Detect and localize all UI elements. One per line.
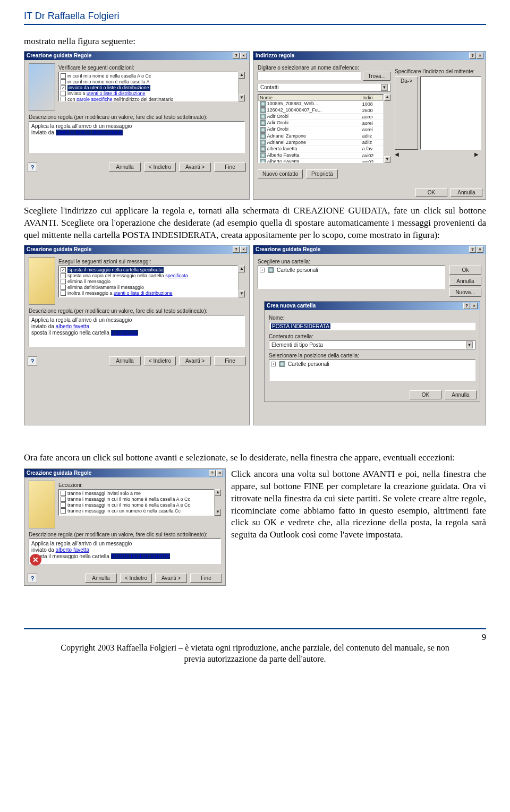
list-item: Adir Orobiaorei [259, 114, 383, 120]
cancel-button[interactable]: Annulla [450, 188, 482, 197]
dialog-title: Indirizzo regola [256, 53, 294, 58]
checkbox-icon[interactable] [61, 79, 66, 84]
rule-description[interactable]: Applica la regola all'arrivo di un messa… [29, 121, 245, 153]
folder-tree[interactable]: +Cartelle personali [258, 266, 445, 289]
list-item: alberto favettaa.fav [259, 146, 383, 152]
contacts-list[interactable]: NomeIndiri 100895_708881_Web...1008 1260… [258, 94, 384, 163]
checkbox-icon[interactable]: ✓ [61, 267, 66, 272]
name-label: Nome: [269, 315, 475, 321]
chevron-down-icon: ▼ [381, 84, 388, 91]
checkbox-icon[interactable] [61, 290, 66, 296]
checkbox-icon[interactable] [61, 491, 66, 496]
new-button[interactable]: Nuova... [449, 288, 481, 297]
find-button[interactable]: Trova... [363, 72, 390, 81]
delete-x-icon: ✕ [30, 554, 41, 566]
help-icon[interactable]: ? [28, 163, 37, 172]
close-icon[interactable]: × [477, 246, 483, 253]
cancel-button[interactable]: Annulla [85, 574, 117, 583]
help-icon[interactable]: ? [469, 246, 476, 253]
help-icon[interactable]: ? [233, 53, 240, 59]
next-button[interactable]: Avanti > [179, 356, 211, 365]
wizard-icon [29, 481, 55, 528]
contact-icon [260, 152, 266, 158]
scrollbar[interactable]: ▲▼ [384, 94, 390, 163]
back-button[interactable]: < Indietro [144, 163, 176, 172]
help-icon[interactable]: ? [28, 356, 37, 366]
prompt-label: Digitare o selezionare un nome dall'elen… [258, 65, 390, 71]
cancel-button[interactable]: Annulla [449, 277, 481, 286]
rules-wizard-dialog-2: Creazione guidata Regole ? × Esegui le s… [24, 245, 250, 425]
folder-pick-stack: Creazione guidata Regole ? × Scegliere u… [253, 245, 486, 425]
rules-wizard-dialog-3: Creazione guidata Regole ? × Eccezioni: … [24, 468, 226, 586]
checkbox-icon[interactable] [61, 279, 66, 284]
cancel-button[interactable]: Annulla [445, 390, 477, 399]
contact-icon [260, 146, 266, 152]
chevron-down-icon: ▼ [466, 341, 473, 348]
conditions-list[interactable]: in cui il mio nome è nella casella A o C… [58, 72, 238, 101]
description-label: Descrizione regola (per modificare un va… [29, 532, 221, 537]
ok-button[interactable]: Ok [449, 266, 481, 275]
list-item: Alberto Favettaaxi02 [259, 159, 383, 163]
finish-button[interactable]: Fine [190, 574, 222, 583]
help-icon[interactable]: ? [233, 246, 240, 253]
list-item: 100895_708881_Web...1008 [259, 100, 383, 107]
position-tree[interactable]: +Cartelle personali [269, 360, 475, 381]
rule-description[interactable]: Applica la regola all'arrivo di un messa… [29, 539, 221, 564]
help-icon[interactable]: ? [28, 574, 37, 583]
checkbox-icon[interactable]: ✓ [61, 85, 66, 90]
folder-name-input[interactable]: POSTA INDESIDERATA [269, 322, 475, 330]
checkbox-icon[interactable] [61, 97, 66, 101]
checkbox-icon[interactable] [61, 502, 66, 508]
dialog-title: Creazione guidata Regole [256, 246, 320, 252]
cancel-button[interactable]: Annulla [109, 356, 141, 365]
page-header: IT Dr Raffaella Folgieri [24, 11, 486, 22]
next-button[interactable]: Avanti > [179, 163, 211, 172]
checkbox-icon[interactable] [61, 508, 66, 514]
scrollbar[interactable]: ▲▼ [214, 489, 221, 516]
checkbox-icon[interactable] [61, 73, 66, 79]
checkbox-icon[interactable] [61, 285, 66, 290]
dialog-title: Crea nuova cartella [267, 303, 316, 309]
folder-type-select[interactable]: Elementi di tipo Posta▼ [269, 340, 475, 349]
expand-icon[interactable]: + [271, 362, 276, 366]
help-icon[interactable]: ? [209, 470, 216, 476]
checkbox-icon[interactable] [61, 497, 66, 502]
finish-button[interactable]: Fine [214, 356, 246, 365]
wizard-icon [29, 63, 55, 111]
close-icon[interactable]: × [477, 53, 483, 59]
checkbox-icon[interactable] [61, 273, 66, 278]
new-contact-button[interactable]: Nuovo contatto [258, 169, 303, 178]
close-icon[interactable]: × [216, 470, 223, 476]
dialog-title: Creazione guidata Regole [27, 470, 91, 476]
from-button[interactable]: Da-> [395, 76, 418, 150]
rules-wizard-dialog-1: Creazione guidata Regole ? × Verificare … [24, 51, 250, 200]
close-icon[interactable]: × [471, 303, 478, 309]
contact-icon [260, 140, 266, 146]
position-label: Selezionare la posizione della cartella: [269, 353, 475, 358]
rule-description[interactable]: Applica la regola all'arrivo di un messa… [29, 315, 245, 347]
cancel-button[interactable]: Annulla [109, 163, 141, 172]
properties-button[interactable]: Proprietà [306, 169, 338, 178]
actions-list[interactable]: ✓sposta il messaggio nella cartella spec… [58, 266, 238, 297]
from-address-box[interactable] [420, 76, 481, 150]
scrollbar[interactable]: ▲▼ [238, 72, 245, 101]
ok-button[interactable]: OK [415, 188, 447, 197]
page-number: 9 [24, 632, 486, 642]
address-book-select[interactable]: Contatti▼ [258, 83, 390, 92]
help-icon[interactable]: ? [463, 303, 470, 309]
back-button[interactable]: < Indietro [144, 356, 176, 365]
scrollbar[interactable]: ▲▼ [238, 266, 245, 297]
back-button[interactable]: < Indietro [120, 574, 152, 583]
close-icon[interactable]: × [240, 246, 247, 253]
exceptions-list[interactable]: tranne i messaggi inviati solo a me tran… [58, 489, 214, 516]
next-button[interactable]: Avanti > [155, 574, 187, 583]
contact-icon [260, 159, 266, 163]
finish-button[interactable]: Fine [214, 163, 246, 172]
expand-icon[interactable]: + [260, 268, 265, 272]
name-input[interactable] [258, 72, 361, 80]
close-icon[interactable]: × [240, 53, 247, 59]
checkbox-icon[interactable] [61, 91, 66, 96]
ok-button[interactable]: OK [410, 390, 441, 399]
help-icon[interactable]: ? [469, 53, 476, 59]
list-item: Adrianel Zamponeadiiz [259, 139, 383, 146]
